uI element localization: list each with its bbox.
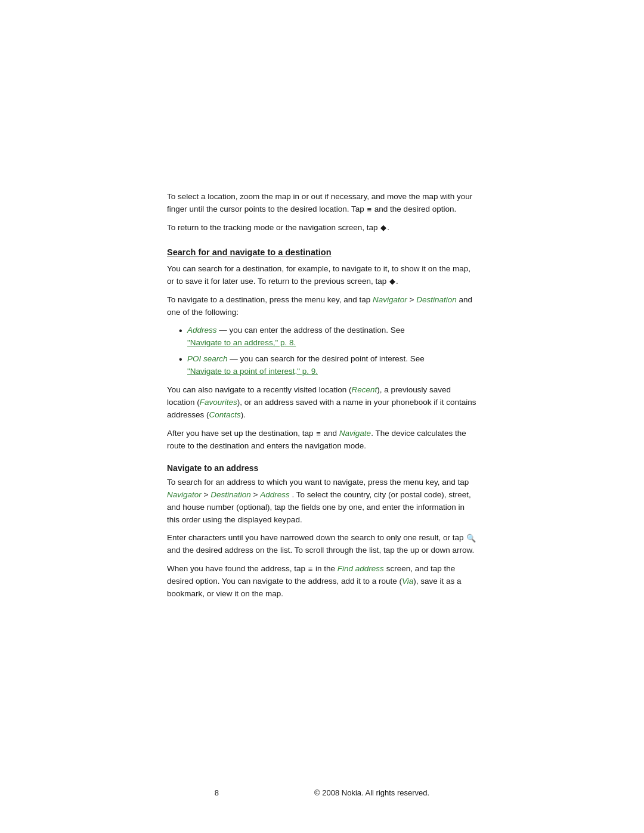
navigator-link-1: Navigator: [373, 295, 407, 304]
menu-icon-2: ≡: [316, 430, 321, 438]
menu-icon-1: ≡: [367, 206, 371, 213]
section-heading: Search for and navigate to a destination: [167, 247, 477, 257]
search-icon: 🔍: [466, 532, 476, 544]
back-icon-1: ◆: [380, 222, 386, 234]
after-paragraph: After you have set up the destination, t…: [167, 428, 477, 453]
favourites-term: Favourites: [200, 398, 237, 407]
content-area: To select a location, zoom the map in or…: [167, 0, 477, 654]
navigate-paragraph-1: To search for an address to which you wa…: [167, 476, 477, 527]
navigate-link: Navigate: [339, 429, 371, 438]
via-term: Via: [402, 577, 413, 586]
poi-term: POI search: [187, 354, 228, 363]
destination-link-1: Destination: [416, 295, 457, 304]
navigate-paragraph-2: Enter characters until you have narrowed…: [167, 532, 477, 557]
page: To select a location, zoom the map in or…: [0, 0, 644, 833]
back-icon-2: ◆: [389, 275, 395, 287]
bullet-list: Address — you can enter the address of t…: [179, 324, 477, 378]
find-address-link: Find address: [338, 564, 384, 573]
bullet-item-address: Address — you can enter the address of t…: [179, 324, 477, 349]
poi-link: "Navigate to a point of interest," p. 9.: [187, 367, 318, 376]
menu-icon-3: ≡: [308, 565, 313, 573]
nav-navigator-link: Navigator: [167, 490, 202, 499]
navigate-paragraph-3: When you have found the address, tap ≡ i…: [167, 563, 477, 600]
intro-paragraph-1: To select a location, zoom the map in or…: [167, 191, 477, 216]
search-paragraph-2: To navigate to a destination, press the …: [167, 294, 477, 319]
recent-paragraph: You can also navigate to a recently visi…: [167, 384, 477, 422]
nav-address-link: Address: [260, 490, 290, 499]
recent-term: Recent: [351, 385, 377, 394]
bullet-item-poi: POI search — you can search for the desi…: [179, 353, 477, 378]
page-number: 8: [215, 788, 219, 797]
contacts-term: Contacts: [209, 410, 241, 419]
nav-destination-link: Destination: [210, 490, 251, 499]
footer: 8 © 2008 Nokia. All rights reserved.: [0, 788, 644, 797]
copyright: © 2008 Nokia. All rights reserved.: [314, 788, 429, 797]
search-paragraph-1: You can search for a destination, for ex…: [167, 263, 477, 288]
address-term: Address: [187, 326, 217, 335]
address-link: "Navigate to an address," p. 8.: [187, 338, 296, 347]
sub-heading: Navigate to an address: [167, 463, 477, 473]
intro-paragraph-2: To return to the tracking mode or the na…: [167, 222, 477, 234]
